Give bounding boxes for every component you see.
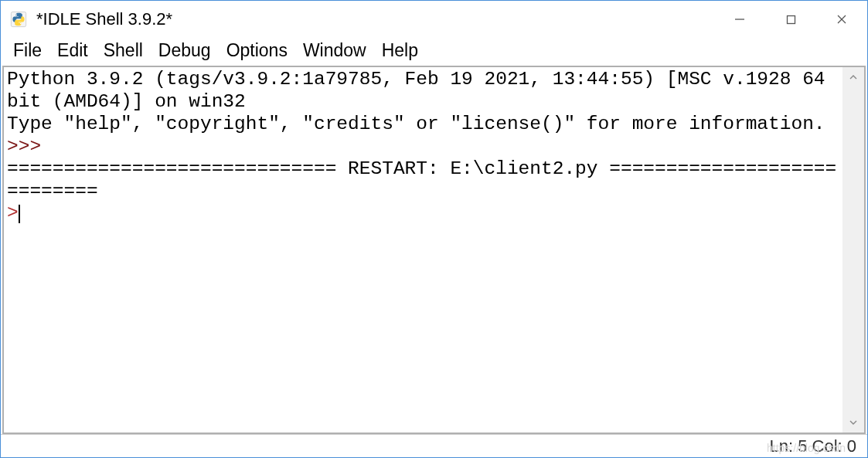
menu-edit[interactable]: Edit xyxy=(49,39,96,63)
menu-shell[interactable]: Shell xyxy=(96,39,151,63)
prompt: >>> xyxy=(7,136,53,157)
window-controls xyxy=(714,1,867,38)
restart-line: ============================= RESTART: E… xyxy=(7,158,836,202)
scroll-down-arrow[interactable] xyxy=(842,412,864,433)
app-window: *IDLE Shell 3.9.2* File Edit Shell Debug… xyxy=(0,0,868,458)
svg-point-1 xyxy=(15,15,17,16)
menubar: File Edit Shell Debug Options Window Hel… xyxy=(1,38,867,64)
input-prompt: > xyxy=(7,202,19,223)
banner-line-1: Python 3.9.2 (tags/v3.9.2:1a79785, Feb 1… xyxy=(7,69,836,112)
menu-help[interactable]: Help xyxy=(374,39,426,63)
menu-file[interactable]: File xyxy=(5,39,49,63)
svg-rect-4 xyxy=(787,15,795,23)
menu-debug[interactable]: Debug xyxy=(151,39,219,63)
shell-wrap: Python 3.9.2 (tags/v3.9.2:1a79785, Feb 1… xyxy=(1,64,867,434)
svg-point-2 xyxy=(20,23,22,25)
window-title: *IDLE Shell 3.9.2* xyxy=(36,9,172,29)
statusbar: https://blog.csdn Ln: 5 Col: 0 xyxy=(1,434,867,457)
menu-options[interactable]: Options xyxy=(219,39,295,63)
scroll-up-arrow[interactable] xyxy=(842,67,864,87)
banner-line-2: Type "help", "copyright", "credits" or "… xyxy=(7,114,825,134)
vertical-scrollbar[interactable] xyxy=(842,66,866,434)
shell-text-area[interactable]: Python 3.9.2 (tags/v3.9.2:1a79785, Feb 1… xyxy=(2,66,842,434)
titlebar[interactable]: *IDLE Shell 3.9.2* xyxy=(1,1,867,38)
text-cursor xyxy=(19,205,20,223)
minimize-button[interactable] xyxy=(714,1,765,38)
python-icon xyxy=(10,11,27,28)
close-button[interactable] xyxy=(816,1,867,38)
maximize-button[interactable] xyxy=(765,1,816,38)
cursor-position: Ln: 5 Col: 0 xyxy=(769,436,856,456)
menu-window[interactable]: Window xyxy=(295,39,374,63)
